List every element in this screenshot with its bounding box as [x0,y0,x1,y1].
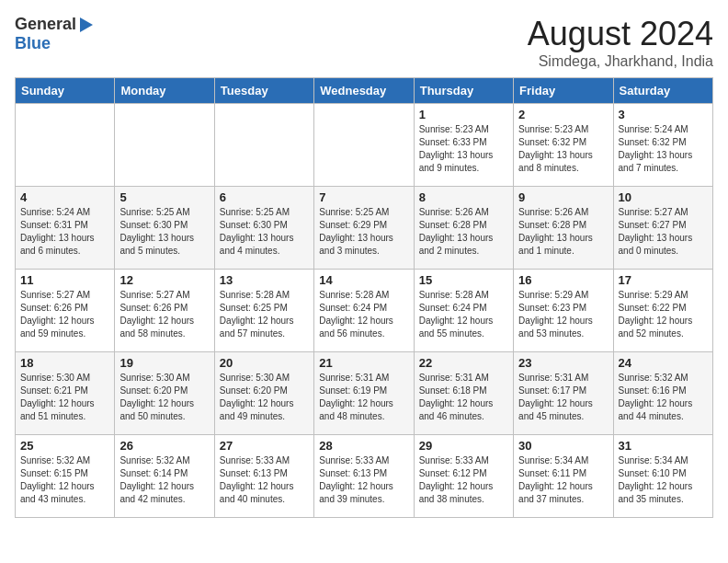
cell-details: Sunrise: 5:30 AM Sunset: 6:20 PM Dayligh… [119,372,209,423]
cell-details: Sunrise: 5:28 AM Sunset: 6:24 PM Dayligh… [319,289,408,340]
day-number: 5 [119,190,209,204]
header: General Blue August 2024 Simdega, Jharkh… [15,15,713,70]
cell-details: Sunrise: 5:26 AM Sunset: 6:28 PM Dayligh… [419,206,508,258]
calendar-cell: 20Sunrise: 5:30 AM Sunset: 6:20 PM Dayli… [214,352,313,435]
cell-details: Sunrise: 5:32 AM Sunset: 6:16 PM Dayligh… [619,372,708,423]
day-number: 15 [419,273,508,287]
header-row: SundayMondayTuesdayWednesdayThursdayFrid… [16,78,713,104]
day-number: 22 [419,356,508,370]
calendar-cell [214,104,313,187]
calendar-cell: 24Sunrise: 5:32 AM Sunset: 6:16 PM Dayli… [613,352,712,435]
calendar-cell [115,104,214,187]
cell-details: Sunrise: 5:29 AM Sunset: 6:22 PM Dayligh… [619,289,708,340]
day-number: 25 [20,439,109,453]
cell-details: Sunrise: 5:33 AM Sunset: 6:12 PM Dayligh… [419,454,508,506]
calendar-cell: 15Sunrise: 5:28 AM Sunset: 6:24 PM Dayli… [414,270,513,352]
calendar-cell: 29Sunrise: 5:33 AM Sunset: 6:12 PM Dayli… [414,435,513,518]
calendar-cell: 22Sunrise: 5:31 AM Sunset: 6:18 PM Dayli… [414,352,513,435]
day-number: 14 [319,273,408,287]
month-year: August 2024 [528,15,713,53]
title-section: August 2024 Simdega, Jharkhand, India [528,15,713,70]
cell-details: Sunrise: 5:32 AM Sunset: 6:15 PM Dayligh… [20,454,109,506]
calendar-body: 1Sunrise: 5:23 AM Sunset: 6:33 PM Daylig… [16,104,713,518]
col-header-friday: Friday [514,78,613,104]
day-number: 20 [220,356,309,370]
cell-details: Sunrise: 5:28 AM Sunset: 6:24 PM Dayligh… [419,289,508,340]
calendar-cell: 12Sunrise: 5:27 AM Sunset: 6:26 PM Dayli… [115,270,214,352]
day-number: 4 [20,190,109,204]
cell-details: Sunrise: 5:28 AM Sunset: 6:25 PM Dayligh… [220,289,309,340]
day-number: 30 [518,439,608,453]
calendar-cell: 13Sunrise: 5:28 AM Sunset: 6:25 PM Dayli… [214,270,313,352]
cell-details: Sunrise: 5:31 AM Sunset: 6:19 PM Dayligh… [319,372,408,423]
logo-blue-text: Blue [15,34,51,53]
calendar-cell [314,104,414,187]
day-number: 3 [619,108,708,121]
day-number: 2 [518,108,608,121]
cell-details: Sunrise: 5:30 AM Sunset: 6:20 PM Dayligh… [220,372,309,423]
cell-details: Sunrise: 5:27 AM Sunset: 6:27 PM Dayligh… [619,206,708,258]
cell-details: Sunrise: 5:31 AM Sunset: 6:18 PM Dayligh… [419,372,508,423]
calendar-cell: 5Sunrise: 5:25 AM Sunset: 6:30 PM Daylig… [115,187,214,270]
calendar-cell: 16Sunrise: 5:29 AM Sunset: 6:23 PM Dayli… [514,270,613,352]
cell-details: Sunrise: 5:23 AM Sunset: 6:32 PM Dayligh… [518,123,608,175]
cell-details: Sunrise: 5:25 AM Sunset: 6:30 PM Dayligh… [119,206,209,258]
cell-details: Sunrise: 5:29 AM Sunset: 6:23 PM Dayligh… [518,289,608,340]
col-header-saturday: Saturday [613,78,712,104]
cell-details: Sunrise: 5:33 AM Sunset: 6:13 PM Dayligh… [220,454,309,506]
cell-details: Sunrise: 5:34 AM Sunset: 6:11 PM Dayligh… [518,454,608,506]
day-number: 31 [619,439,708,453]
col-header-monday: Monday [115,78,214,104]
week-row-4: 18Sunrise: 5:30 AM Sunset: 6:21 PM Dayli… [16,352,713,435]
day-number: 9 [518,190,608,204]
week-row-2: 4Sunrise: 5:24 AM Sunset: 6:31 PM Daylig… [16,187,713,270]
calendar-cell: 31Sunrise: 5:34 AM Sunset: 6:10 PM Dayli… [613,435,712,518]
week-row-5: 25Sunrise: 5:32 AM Sunset: 6:15 PM Dayli… [16,435,713,518]
calendar-cell [16,104,115,187]
calendar-cell: 4Sunrise: 5:24 AM Sunset: 6:31 PM Daylig… [16,187,115,270]
cell-details: Sunrise: 5:33 AM Sunset: 6:13 PM Dayligh… [319,454,408,506]
col-header-thursday: Thursday [414,78,513,104]
day-number: 13 [220,273,309,287]
calendar-cell: 18Sunrise: 5:30 AM Sunset: 6:21 PM Dayli… [16,352,115,435]
col-header-wednesday: Wednesday [314,78,414,104]
cell-details: Sunrise: 5:24 AM Sunset: 6:31 PM Dayligh… [20,206,109,258]
calendar-cell: 11Sunrise: 5:27 AM Sunset: 6:26 PM Dayli… [16,270,115,352]
day-number: 26 [119,439,209,453]
calendar-cell: 26Sunrise: 5:32 AM Sunset: 6:14 PM Dayli… [115,435,214,518]
day-number: 29 [419,439,508,453]
day-number: 6 [220,190,309,204]
calendar-cell: 25Sunrise: 5:32 AM Sunset: 6:15 PM Dayli… [16,435,115,518]
day-number: 28 [319,439,408,453]
day-number: 19 [119,356,209,370]
calendar-table: SundayMondayTuesdayWednesdayThursdayFrid… [15,77,713,518]
calendar-cell: 28Sunrise: 5:33 AM Sunset: 6:13 PM Dayli… [314,435,414,518]
calendar-cell: 30Sunrise: 5:34 AM Sunset: 6:11 PM Dayli… [514,435,613,518]
cell-details: Sunrise: 5:30 AM Sunset: 6:21 PM Dayligh… [20,372,109,423]
logo-general-text: General [15,15,76,34]
day-number: 23 [518,356,608,370]
calendar-cell: 21Sunrise: 5:31 AM Sunset: 6:19 PM Dayli… [314,352,414,435]
day-number: 8 [419,190,508,204]
calendar-cell: 6Sunrise: 5:25 AM Sunset: 6:30 PM Daylig… [214,187,313,270]
calendar-cell: 19Sunrise: 5:30 AM Sunset: 6:20 PM Dayli… [115,352,214,435]
calendar-cell: 9Sunrise: 5:26 AM Sunset: 6:28 PM Daylig… [514,187,613,270]
cell-details: Sunrise: 5:27 AM Sunset: 6:26 PM Dayligh… [119,289,209,340]
cell-details: Sunrise: 5:26 AM Sunset: 6:28 PM Dayligh… [518,206,608,258]
day-number: 7 [319,190,408,204]
calendar-cell: 23Sunrise: 5:31 AM Sunset: 6:17 PM Dayli… [514,352,613,435]
calendar-cell: 2Sunrise: 5:23 AM Sunset: 6:32 PM Daylig… [514,104,613,187]
calendar-cell: 3Sunrise: 5:24 AM Sunset: 6:32 PM Daylig… [613,104,712,187]
col-header-tuesday: Tuesday [214,78,313,104]
week-row-3: 11Sunrise: 5:27 AM Sunset: 6:26 PM Dayli… [16,270,713,352]
calendar-cell: 8Sunrise: 5:26 AM Sunset: 6:28 PM Daylig… [414,187,513,270]
cell-details: Sunrise: 5:25 AM Sunset: 6:29 PM Dayligh… [319,206,408,258]
day-number: 17 [619,273,708,287]
calendar-cell: 7Sunrise: 5:25 AM Sunset: 6:29 PM Daylig… [314,187,414,270]
cell-details: Sunrise: 5:32 AM Sunset: 6:14 PM Dayligh… [119,454,209,506]
day-number: 24 [619,356,708,370]
calendar-cell: 1Sunrise: 5:23 AM Sunset: 6:33 PM Daylig… [414,104,513,187]
day-number: 12 [119,273,209,287]
cell-details: Sunrise: 5:24 AM Sunset: 6:32 PM Dayligh… [619,123,708,175]
day-number: 21 [319,356,408,370]
